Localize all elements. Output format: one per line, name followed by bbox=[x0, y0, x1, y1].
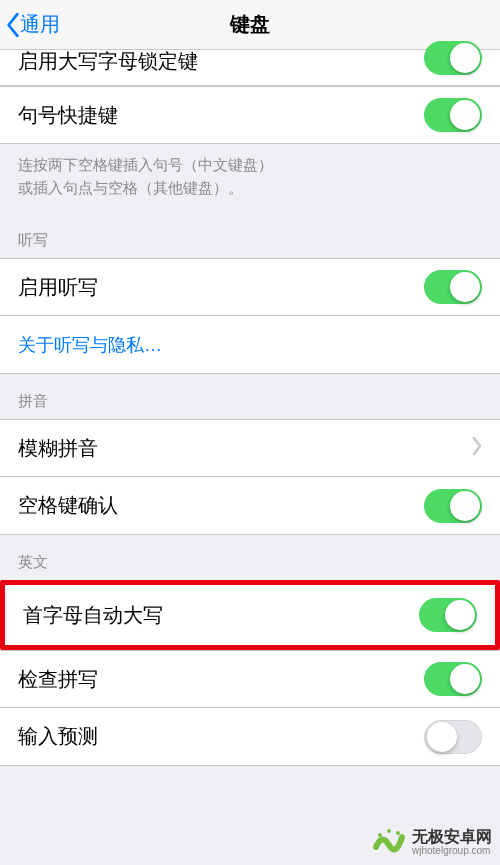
dictation-header: 听写 bbox=[0, 213, 500, 258]
back-button[interactable]: 通用 bbox=[6, 11, 60, 38]
auto-cap-label: 首字母自动大写 bbox=[23, 602, 163, 629]
watermark-title: 无极安卓网 bbox=[412, 828, 492, 846]
caps-lock-label: 启用大写字母锁定键 bbox=[18, 48, 198, 75]
row-dictation-privacy[interactable]: 关于听写与隐私… bbox=[0, 316, 500, 374]
row-check-spelling[interactable]: 检查拼写 bbox=[0, 650, 500, 708]
back-label: 通用 bbox=[20, 11, 60, 38]
row-space-confirm[interactable]: 空格键确认 bbox=[0, 477, 500, 535]
row-predictive[interactable]: 输入预测 bbox=[0, 708, 500, 766]
fuzzy-pinyin-label: 模糊拼音 bbox=[18, 435, 98, 462]
dictation-privacy-link[interactable]: 关于听写与隐私… bbox=[18, 333, 162, 357]
space-confirm-switch[interactable] bbox=[424, 489, 482, 523]
watermark-url: wjhotelgroup.com bbox=[412, 845, 492, 856]
row-caps-lock[interactable]: 启用大写字母锁定键 bbox=[0, 50, 500, 86]
check-spelling-label: 检查拼写 bbox=[18, 666, 98, 693]
enable-dictation-switch[interactable] bbox=[424, 270, 482, 304]
check-spelling-switch[interactable] bbox=[424, 662, 482, 696]
chevron-right-icon bbox=[472, 437, 482, 459]
pinyin-header: 拼音 bbox=[0, 374, 500, 419]
period-footer-line2: 或插入句点与空格（其他键盘）。 bbox=[18, 177, 482, 200]
svg-point-1 bbox=[387, 829, 391, 833]
period-footer: 连按两下空格键插入句号（中文键盘） 或插入句点与空格（其他键盘）。 bbox=[0, 144, 500, 213]
watermark-logo-icon bbox=[372, 825, 406, 859]
english-header: 英文 bbox=[0, 535, 500, 580]
svg-point-2 bbox=[396, 831, 400, 835]
row-period-shortcut[interactable]: 句号快捷键 bbox=[0, 86, 500, 144]
period-footer-line1: 连按两下空格键插入句号（中文键盘） bbox=[18, 154, 482, 177]
predictive-label: 输入预测 bbox=[18, 723, 98, 750]
row-auto-cap[interactable]: 首字母自动大写 bbox=[5, 585, 495, 645]
auto-cap-switch[interactable] bbox=[419, 598, 477, 632]
page-title: 键盘 bbox=[230, 11, 270, 38]
highlight-auto-cap: 首字母自动大写 bbox=[0, 580, 500, 650]
caps-lock-switch[interactable] bbox=[424, 41, 482, 75]
chevron-left-icon bbox=[6, 13, 20, 37]
navbar: 通用 键盘 bbox=[0, 0, 500, 50]
predictive-switch[interactable] bbox=[424, 720, 482, 754]
row-enable-dictation[interactable]: 启用听写 bbox=[0, 258, 500, 316]
watermark: 无极安卓网 wjhotelgroup.com bbox=[372, 825, 492, 859]
space-confirm-label: 空格键确认 bbox=[18, 492, 118, 519]
period-shortcut-label: 句号快捷键 bbox=[18, 102, 118, 129]
enable-dictation-label: 启用听写 bbox=[18, 274, 98, 301]
period-shortcut-switch[interactable] bbox=[424, 98, 482, 132]
svg-point-0 bbox=[378, 833, 382, 837]
row-fuzzy-pinyin[interactable]: 模糊拼音 bbox=[0, 419, 500, 477]
